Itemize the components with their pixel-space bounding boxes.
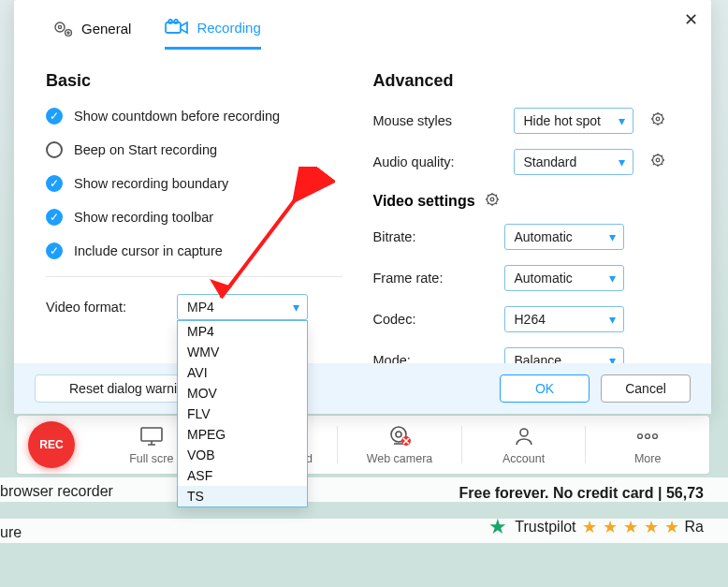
radio-unchecked-icon: • <box>46 141 63 158</box>
toolbar-item-webcam[interactable]: Web camera <box>338 424 461 465</box>
svg-point-20 <box>490 198 494 201</box>
svg-point-16 <box>656 117 660 121</box>
chevron-down-icon: ▾ <box>609 312 616 327</box>
bg-text-browser: browser recorder <box>0 483 113 500</box>
video-format-dropdown: MP4 WMV AVI MOV FLV MPEG VOB ASF TS <box>177 320 308 507</box>
checkbox-row-countdown[interactable]: ✓ Show countdown before recording <box>46 108 362 125</box>
frame-rate-select[interactable]: Automatic ▾ <box>504 265 624 291</box>
svg-point-2 <box>396 432 401 437</box>
reset-button-label: Reset dialog warni <box>69 381 177 396</box>
tab-general-label: General <box>81 21 131 37</box>
dropdown-option[interactable]: MP4 <box>178 321 307 342</box>
checkbox-row-cursor[interactable]: ✓ Include cursor in capture <box>46 242 362 259</box>
chevron-down-icon: ▾ <box>293 300 299 315</box>
checkbox-label: Include cursor in capture <box>74 243 223 258</box>
mouse-styles-label: Mouse styles <box>373 113 504 128</box>
select-value: Automatic <box>515 229 573 244</box>
toolbar-label: Account <box>502 452 545 465</box>
svg-point-6 <box>646 434 650 439</box>
basic-title: Basic <box>46 71 362 91</box>
tab-general[interactable]: General <box>53 19 131 50</box>
ok-button[interactable]: OK <box>500 374 590 403</box>
svg-point-14 <box>174 20 178 23</box>
star-icon: ★ <box>664 517 679 537</box>
checkbox-label: Show recording toolbar <box>74 210 213 225</box>
gear-icon[interactable] <box>650 111 665 130</box>
codec-label: Codec: <box>373 312 504 327</box>
checkbox-label: Show countdown before recording <box>74 109 280 124</box>
chevron-down-icon: ▾ <box>619 113 625 128</box>
mouse-styles-select[interactable]: Hide hot spot ▾ <box>514 108 633 134</box>
dropdown-option[interactable]: ASF <box>178 465 307 486</box>
svg-point-18 <box>656 158 660 162</box>
tab-recording-label: Recording <box>197 20 260 36</box>
bitrate-select[interactable]: Automatic ▾ <box>504 224 624 250</box>
checkbox-label: Beep on Start recording <box>74 142 217 157</box>
video-format-select[interactable]: MP4 ▾ <box>177 294 308 320</box>
checkbox-checked-icon: ✓ <box>46 175 63 192</box>
svg-point-5 <box>638 434 643 439</box>
advanced-column: Advanced Mouse styles Hide hot spot ▾ Au… <box>373 71 690 389</box>
star-icon: ★ <box>623 517 638 537</box>
ok-button-label: OK <box>535 381 554 396</box>
trustpilot-label: Trustpilot <box>515 519 575 536</box>
svg-point-11 <box>67 32 69 34</box>
webcam-off-icon <box>338 424 461 448</box>
svg-rect-12 <box>166 22 181 33</box>
cancel-button[interactable]: Cancel <box>601 374 691 403</box>
video-settings-title: Video settings <box>373 192 690 211</box>
chevron-down-icon: ▾ <box>609 229 616 244</box>
select-value: Standard <box>524 154 577 169</box>
select-value: MP4 <box>187 300 214 315</box>
toolbar-label: More <box>634 452 661 465</box>
select-value: Automatic <box>515 271 573 286</box>
star-icon: ★ <box>582 517 597 537</box>
svg-point-8 <box>55 22 65 32</box>
checkbox-row-toolbar[interactable]: ✓ Show recording toolbar <box>46 209 362 226</box>
dropdown-option[interactable]: TS <box>178 486 307 506</box>
tab-recording[interactable]: Recording <box>165 19 260 50</box>
bitrate-label: Bitrate: <box>373 229 504 244</box>
dropdown-option[interactable]: MOV <box>178 383 307 404</box>
advanced-title: Advanced <box>373 71 690 91</box>
svg-rect-0 <box>141 428 162 441</box>
chevron-down-icon: ▾ <box>609 271 616 286</box>
video-format-label: Video format: <box>46 300 177 315</box>
checkbox-row-beep[interactable]: • Beep on Start recording <box>46 141 362 158</box>
settings-dialog: ✕ General Recording Basic ✓ Show countdo… <box>14 0 711 414</box>
close-icon[interactable]: ✕ <box>684 9 698 30</box>
dropdown-option[interactable]: VOB <box>178 445 307 465</box>
select-value: H264 <box>515 312 546 327</box>
dropdown-option[interactable]: WMV <box>178 342 307 362</box>
svg-point-13 <box>168 20 172 23</box>
cancel-button-label: Cancel <box>625 381 666 396</box>
toolbar-label: Full scre <box>129 452 173 465</box>
dialog-tabs: General Recording <box>14 0 711 51</box>
frame-rate-label: Frame rate: <box>373 271 504 286</box>
divider <box>46 276 342 277</box>
gear-icon <box>53 21 74 37</box>
chevron-down-icon: ▾ <box>619 154 625 169</box>
trustpilot-star-icon: ★ <box>488 515 507 539</box>
star-icon: ★ <box>603 517 618 537</box>
app-toolbar: REC Full scre System sound Web camera Ac… <box>17 416 709 474</box>
audio-quality-select[interactable]: Standard ▾ <box>514 149 633 175</box>
checkbox-label: Show recording boundary <box>74 176 228 191</box>
checkbox-row-boundary[interactable]: ✓ Show recording boundary <box>46 175 362 192</box>
basic-column: Basic ✓ Show countdown before recording … <box>46 71 362 389</box>
toolbar-item-more[interactable]: More <box>586 424 709 465</box>
user-icon <box>462 424 586 448</box>
dropdown-option[interactable]: MPEG <box>178 424 307 445</box>
dropdown-option[interactable]: AVI <box>178 362 307 383</box>
gear-icon[interactable] <box>650 153 665 171</box>
dropdown-option[interactable]: FLV <box>178 404 307 424</box>
trustpilot-row: ★ Trustpilot ★ ★ ★ ★ ★ Ra <box>488 515 704 539</box>
camcorder-icon <box>165 19 189 36</box>
toolbar-item-account[interactable]: Account <box>462 424 586 465</box>
select-value: Hide hot spot <box>524 113 602 128</box>
codec-select[interactable]: H264 ▾ <box>504 306 624 332</box>
gear-icon[interactable] <box>485 192 500 211</box>
record-button[interactable]: REC <box>28 421 75 468</box>
checkbox-checked-icon: ✓ <box>46 209 63 226</box>
bg-text-ure: ure <box>0 524 22 541</box>
